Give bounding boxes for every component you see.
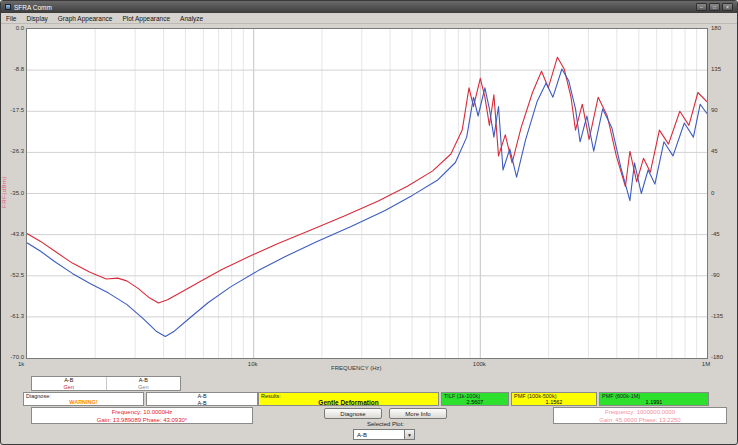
menu-plot-appearance[interactable]: Plot Appearance xyxy=(122,15,170,22)
selected-plot-value: A-B xyxy=(354,432,404,438)
legend-plot-name: A-B xyxy=(139,377,148,383)
more-info-button[interactable]: More Info xyxy=(389,408,447,419)
y-right-tick: 180 xyxy=(711,25,721,31)
y-right-tick: -45 xyxy=(711,231,720,237)
plot-region: 0.0-8.8-17.5-26.3-35.0-43.8-52.5-61.3-70… xyxy=(1,24,738,374)
menu-bar: File Display Graph Appearance Plot Appea… xyxy=(1,13,737,24)
legend-source-name: Gen xyxy=(138,384,148,390)
readout-gain-phase: Gain: 13.989089 Phase: 43.0930° xyxy=(97,417,187,423)
x-tick: 1M xyxy=(698,361,714,367)
readout-frequency: Frequency: 1000000.0000 xyxy=(605,409,675,415)
legend-cell-blue-trace[interactable]: A-B Gen xyxy=(107,377,181,390)
compared-plots-cell: A-B A-B xyxy=(146,392,258,406)
y-left-tick: -52.5 xyxy=(1,272,24,278)
y-left-tick: -61.3 xyxy=(1,313,24,319)
y-right-tick: -135 xyxy=(711,313,723,319)
y-right-tick: 45 xyxy=(711,148,718,154)
legend-plot-name: A-B xyxy=(64,377,73,383)
diagnose-status-cell: Diagnose: WARNING! xyxy=(23,392,144,406)
title-bar[interactable]: SFRA Comm – □ × xyxy=(1,1,737,13)
metric-pmf-high-cell: PMF (600k-1M) 1.1991 xyxy=(599,392,709,406)
y-right-tick: 135 xyxy=(711,66,721,72)
menu-analyze[interactable]: Analyze xyxy=(180,15,203,22)
selected-plot-dropdown[interactable]: A-B ▼ xyxy=(353,429,415,440)
cursor-readout-left: Frequency: 10.0000Hz Gain: 13.989089 Pha… xyxy=(31,407,253,424)
metric-value: 1.1562 xyxy=(512,399,596,406)
y-left-tick: -43.8 xyxy=(1,231,24,237)
maximize-button[interactable]: □ xyxy=(709,3,720,11)
metric-value: 1.1991 xyxy=(600,399,708,406)
results-value: Gentle Deformation xyxy=(259,399,438,406)
legend-source-name: Gen xyxy=(64,384,74,390)
y-left-tick: -17.5 xyxy=(1,107,24,113)
close-button[interactable]: × xyxy=(722,3,733,11)
y-left-tick: 0.0 xyxy=(1,25,24,31)
menu-file[interactable]: File xyxy=(6,15,16,22)
legend-cell-red-trace[interactable]: A-B Gen xyxy=(32,377,107,390)
y-left-tick: -8.8 xyxy=(1,66,24,72)
menu-graph-appearance[interactable]: Graph Appearance xyxy=(58,15,113,22)
results-cell: Results: Gentle Deformation xyxy=(258,392,439,406)
y-axis-title: FRF(dBm) xyxy=(1,176,7,208)
minimize-button[interactable]: – xyxy=(696,3,707,11)
menu-display[interactable]: Display xyxy=(26,15,47,22)
trace-legend: A-B Gen A-B Gen xyxy=(31,376,181,391)
plot-pair-label: A-B xyxy=(147,400,257,407)
y-right-tick: -90 xyxy=(711,272,720,278)
x-tick: 10k xyxy=(245,361,261,367)
readout-frequency: Frequency: 10.0000Hz xyxy=(112,409,173,415)
readout-gain-phase: Gain: 45.0600 Phase: 13.2250 xyxy=(599,417,680,423)
app-icon xyxy=(5,4,11,10)
y-left-tick: -26.3 xyxy=(1,148,24,154)
x-axis-title: FREQUENCY (Hz) xyxy=(331,365,382,371)
bottom-panel: A-B Gen A-B Gen Diagnose: WARNING! A-B A… xyxy=(1,375,738,445)
diagnose-button[interactable]: Diagnose xyxy=(324,408,382,419)
chevron-down-icon[interactable]: ▼ xyxy=(404,430,414,439)
x-tick: 100k xyxy=(471,361,487,367)
frequency-response-chart xyxy=(27,29,707,358)
app-window: SFRA Comm – □ × File Display Graph Appea… xyxy=(0,0,738,445)
window-title: SFRA Comm xyxy=(14,4,52,11)
metric-pmf-mid-cell: PMF (100k-500k) 1.1562 xyxy=(511,392,597,406)
y-right-tick: -180 xyxy=(711,354,723,360)
y-right-tick: 0 xyxy=(711,190,714,196)
cursor-readout-right: Frequency: 1000000.0000 Gain: 45.0600 Ph… xyxy=(553,407,727,424)
warning-text: WARNING! xyxy=(24,399,143,406)
y-left-tick: -70.0 xyxy=(1,354,24,360)
y-right-tick: 90 xyxy=(711,107,718,113)
metric-tilf-cell: TILF (1k-100k) 2.5607 xyxy=(441,392,509,406)
selected-plot-label: Selected Plot: xyxy=(324,421,447,427)
plot-area[interactable] xyxy=(26,28,708,359)
metric-value: 2.5607 xyxy=(442,399,508,406)
x-tick: 1k xyxy=(18,361,34,367)
